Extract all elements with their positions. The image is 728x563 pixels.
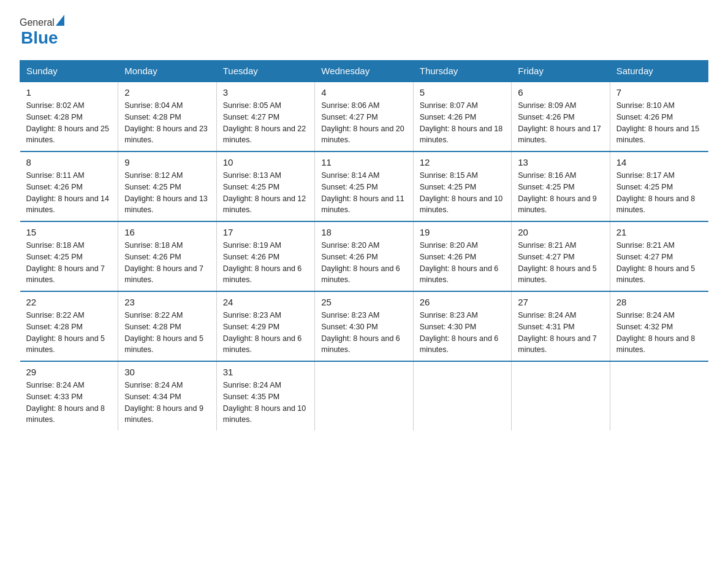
day-number: 18 bbox=[321, 227, 406, 237]
weekday-header-sunday: Sunday bbox=[20, 61, 118, 82]
day-info: Sunrise: 8:19 AMSunset: 4:26 PMDaylight:… bbox=[223, 240, 308, 286]
logo: General Blue bbox=[20, 15, 64, 48]
day-cell-15: 15Sunrise: 8:18 AMSunset: 4:25 PMDayligh… bbox=[20, 221, 118, 291]
day-info: Sunrise: 8:21 AMSunset: 4:27 PMDaylight:… bbox=[518, 240, 603, 286]
day-cell-8: 8Sunrise: 8:11 AMSunset: 4:26 PMDaylight… bbox=[20, 151, 118, 221]
day-info: Sunrise: 8:07 AMSunset: 4:26 PMDaylight:… bbox=[420, 100, 505, 146]
day-info: Sunrise: 8:11 AMSunset: 4:26 PMDaylight:… bbox=[26, 170, 112, 216]
day-number: 31 bbox=[223, 367, 308, 377]
day-number: 27 bbox=[518, 297, 603, 307]
day-number: 5 bbox=[420, 87, 505, 98]
week-row-1: 1Sunrise: 8:02 AMSunset: 4:28 PMDaylight… bbox=[20, 82, 708, 151]
day-info: Sunrise: 8:09 AMSunset: 4:26 PMDaylight:… bbox=[518, 100, 603, 146]
day-cell-14: 14Sunrise: 8:17 AMSunset: 4:25 PMDayligh… bbox=[610, 151, 708, 221]
day-number: 2 bbox=[124, 87, 210, 98]
day-cell-25: 25Sunrise: 8:23 AMSunset: 4:30 PMDayligh… bbox=[315, 291, 413, 361]
day-cell-28: 28Sunrise: 8:24 AMSunset: 4:32 PMDayligh… bbox=[610, 291, 708, 361]
day-cell-7: 7Sunrise: 8:10 AMSunset: 4:26 PMDaylight… bbox=[610, 82, 708, 151]
day-info: Sunrise: 8:17 AMSunset: 4:25 PMDaylight:… bbox=[616, 170, 702, 216]
day-cell-12: 12Sunrise: 8:15 AMSunset: 4:25 PMDayligh… bbox=[413, 151, 511, 221]
day-number: 23 bbox=[124, 297, 210, 307]
day-cell-1: 1Sunrise: 8:02 AMSunset: 4:28 PMDaylight… bbox=[20, 82, 118, 151]
day-cell-11: 11Sunrise: 8:14 AMSunset: 4:25 PMDayligh… bbox=[315, 151, 413, 221]
day-info: Sunrise: 8:06 AMSunset: 4:27 PMDaylight:… bbox=[321, 100, 406, 146]
week-row-4: 22Sunrise: 8:22 AMSunset: 4:28 PMDayligh… bbox=[20, 291, 708, 361]
week-row-3: 15Sunrise: 8:18 AMSunset: 4:25 PMDayligh… bbox=[20, 221, 708, 291]
day-number: 8 bbox=[26, 157, 112, 167]
day-info: Sunrise: 8:21 AMSunset: 4:27 PMDaylight:… bbox=[616, 240, 702, 286]
calendar-table: SundayMondayTuesdayWednesdayThursdayFrid… bbox=[20, 60, 708, 431]
day-number: 17 bbox=[223, 227, 308, 237]
weekday-header-tuesday: Tuesday bbox=[216, 61, 314, 82]
day-info: Sunrise: 8:18 AMSunset: 4:25 PMDaylight:… bbox=[26, 240, 112, 286]
day-number: 14 bbox=[616, 157, 702, 167]
empty-cell bbox=[413, 361, 511, 431]
weekday-header-monday: Monday bbox=[118, 61, 216, 82]
day-number: 1 bbox=[26, 87, 112, 98]
logo-blue-text: Blue bbox=[21, 28, 58, 47]
empty-cell bbox=[315, 361, 413, 431]
day-cell-17: 17Sunrise: 8:19 AMSunset: 4:26 PMDayligh… bbox=[216, 221, 314, 291]
day-cell-29: 29Sunrise: 8:24 AMSunset: 4:33 PMDayligh… bbox=[20, 361, 118, 431]
day-cell-6: 6Sunrise: 8:09 AMSunset: 4:26 PMDaylight… bbox=[512, 82, 610, 151]
day-cell-3: 3Sunrise: 8:05 AMSunset: 4:27 PMDaylight… bbox=[216, 82, 314, 151]
week-row-5: 29Sunrise: 8:24 AMSunset: 4:33 PMDayligh… bbox=[20, 361, 708, 431]
day-cell-10: 10Sunrise: 8:13 AMSunset: 4:25 PMDayligh… bbox=[216, 151, 314, 221]
day-cell-9: 9Sunrise: 8:12 AMSunset: 4:25 PMDaylight… bbox=[118, 151, 216, 221]
day-number: 6 bbox=[518, 87, 603, 98]
day-cell-5: 5Sunrise: 8:07 AMSunset: 4:26 PMDaylight… bbox=[413, 82, 511, 151]
day-info: Sunrise: 8:24 AMSunset: 4:33 PMDaylight:… bbox=[26, 380, 112, 426]
page-header: General Blue bbox=[20, 15, 708, 48]
day-info: Sunrise: 8:18 AMSunset: 4:26 PMDaylight:… bbox=[124, 240, 210, 286]
day-number: 21 bbox=[616, 227, 702, 237]
day-info: Sunrise: 8:02 AMSunset: 4:28 PMDaylight:… bbox=[26, 100, 112, 146]
weekday-header-thursday: Thursday bbox=[413, 61, 511, 82]
day-number: 25 bbox=[321, 297, 406, 307]
day-info: Sunrise: 8:22 AMSunset: 4:28 PMDaylight:… bbox=[124, 310, 210, 356]
day-number: 9 bbox=[124, 157, 210, 167]
day-info: Sunrise: 8:24 AMSunset: 4:34 PMDaylight:… bbox=[124, 380, 210, 426]
day-cell-2: 2Sunrise: 8:04 AMSunset: 4:28 PMDaylight… bbox=[118, 82, 216, 151]
day-number: 20 bbox=[518, 227, 603, 237]
day-number: 26 bbox=[420, 297, 505, 307]
day-info: Sunrise: 8:13 AMSunset: 4:25 PMDaylight:… bbox=[223, 170, 308, 216]
weekday-header-wednesday: Wednesday bbox=[315, 61, 413, 82]
day-cell-19: 19Sunrise: 8:20 AMSunset: 4:26 PMDayligh… bbox=[413, 221, 511, 291]
day-cell-27: 27Sunrise: 8:24 AMSunset: 4:31 PMDayligh… bbox=[512, 291, 610, 361]
day-number: 7 bbox=[616, 87, 702, 98]
day-number: 12 bbox=[420, 157, 505, 167]
day-cell-20: 20Sunrise: 8:21 AMSunset: 4:27 PMDayligh… bbox=[512, 221, 610, 291]
day-cell-30: 30Sunrise: 8:24 AMSunset: 4:34 PMDayligh… bbox=[118, 361, 216, 431]
day-info: Sunrise: 8:24 AMSunset: 4:35 PMDaylight:… bbox=[223, 380, 308, 426]
day-info: Sunrise: 8:23 AMSunset: 4:30 PMDaylight:… bbox=[420, 310, 505, 356]
weekday-header-friday: Friday bbox=[512, 61, 610, 82]
day-cell-31: 31Sunrise: 8:24 AMSunset: 4:35 PMDayligh… bbox=[216, 361, 314, 431]
day-number: 13 bbox=[518, 157, 603, 167]
day-number: 15 bbox=[26, 227, 112, 237]
day-info: Sunrise: 8:23 AMSunset: 4:30 PMDaylight:… bbox=[321, 310, 406, 356]
day-number: 19 bbox=[420, 227, 505, 237]
day-number: 11 bbox=[321, 157, 406, 167]
day-cell-4: 4Sunrise: 8:06 AMSunset: 4:27 PMDaylight… bbox=[315, 82, 413, 151]
day-cell-22: 22Sunrise: 8:22 AMSunset: 4:28 PMDayligh… bbox=[20, 291, 118, 361]
day-number: 28 bbox=[616, 297, 702, 307]
day-cell-16: 16Sunrise: 8:18 AMSunset: 4:26 PMDayligh… bbox=[118, 221, 216, 291]
weekday-header-saturday: Saturday bbox=[610, 61, 708, 82]
day-number: 29 bbox=[26, 367, 112, 377]
day-info: Sunrise: 8:24 AMSunset: 4:31 PMDaylight:… bbox=[518, 310, 603, 356]
day-number: 10 bbox=[223, 157, 308, 167]
day-number: 16 bbox=[124, 227, 210, 237]
day-info: Sunrise: 8:20 AMSunset: 4:26 PMDaylight:… bbox=[420, 240, 505, 286]
day-number: 22 bbox=[26, 297, 112, 307]
week-row-2: 8Sunrise: 8:11 AMSunset: 4:26 PMDaylight… bbox=[20, 151, 708, 221]
day-info: Sunrise: 8:15 AMSunset: 4:25 PMDaylight:… bbox=[420, 170, 505, 216]
day-number: 3 bbox=[223, 87, 308, 98]
logo-general-text: General bbox=[20, 17, 55, 28]
empty-cell bbox=[512, 361, 610, 431]
day-info: Sunrise: 8:16 AMSunset: 4:25 PMDaylight:… bbox=[518, 170, 603, 216]
day-info: Sunrise: 8:04 AMSunset: 4:28 PMDaylight:… bbox=[124, 100, 210, 146]
empty-cell bbox=[610, 361, 708, 431]
day-info: Sunrise: 8:22 AMSunset: 4:28 PMDaylight:… bbox=[26, 310, 112, 356]
day-cell-24: 24Sunrise: 8:23 AMSunset: 4:29 PMDayligh… bbox=[216, 291, 314, 361]
day-number: 4 bbox=[321, 87, 406, 98]
